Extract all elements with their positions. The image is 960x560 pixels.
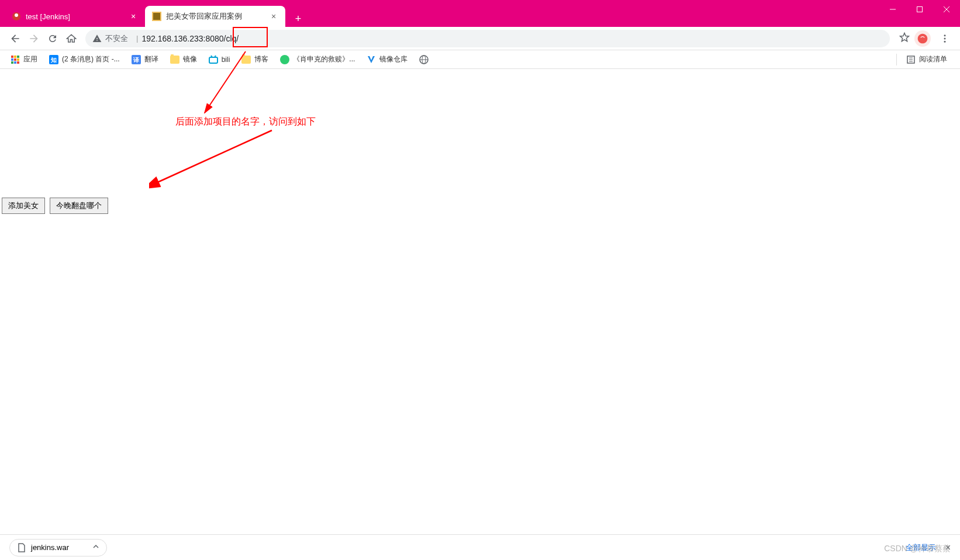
svg-rect-16 xyxy=(17,58,19,61)
svg-point-27 xyxy=(280,55,289,64)
close-downloads-button[interactable]: × xyxy=(945,542,951,553)
profile-button[interactable] xyxy=(914,30,931,47)
forward-button[interactable] xyxy=(25,29,43,48)
download-filename: jenkins.war xyxy=(31,543,69,552)
bookmark-mirror-repo[interactable]: 镜像仓库 xyxy=(362,52,412,67)
select-button[interactable]: 今晚翻盘哪个 xyxy=(50,198,108,214)
bookmark-label: 镜像 xyxy=(183,54,197,64)
reload-button[interactable] xyxy=(43,29,62,48)
bookmark-label: 翻译 xyxy=(144,54,158,64)
back-button[interactable] xyxy=(6,29,25,48)
svg-point-9 xyxy=(944,37,946,39)
reading-list-icon xyxy=(906,55,916,64)
bookmark-label: 博客 xyxy=(254,54,268,64)
downloads-bar: jenkins.war 全部显示 × xyxy=(0,534,960,560)
bookmark-mirror[interactable]: 镜像 xyxy=(165,52,202,67)
tab-title: test [Jenkins] xyxy=(26,12,124,21)
annotation-box xyxy=(233,27,268,47)
reading-list-button[interactable]: 阅读清单 xyxy=(902,52,952,67)
tab-jenkins[interactable]: test [Jenkins] × xyxy=(5,6,145,27)
add-button[interactable]: 添加美女 xyxy=(2,198,45,214)
downloads-right: 全部显示 × xyxy=(906,542,951,553)
bookmark-label: 镜像仓库 xyxy=(379,54,408,64)
svg-line-36 xyxy=(156,130,272,183)
titlebar: test [Jenkins] × 把美女带回家应用案例 × + xyxy=(0,0,960,27)
svg-rect-5 xyxy=(917,7,923,12)
home-button[interactable] xyxy=(62,29,81,48)
green-icon xyxy=(280,55,289,64)
bookmark-label: 应用 xyxy=(23,54,37,64)
bookmark-translate[interactable]: 译 翻译 xyxy=(127,52,163,67)
divider xyxy=(896,54,897,65)
folder-icon xyxy=(241,55,251,64)
svg-rect-15 xyxy=(14,58,16,61)
svg-rect-13 xyxy=(17,56,19,58)
zhihu-icon: 知 xyxy=(49,55,58,64)
warning-icon xyxy=(92,34,102,43)
bookmark-label: (2 条消息) 首页 -... xyxy=(62,54,120,64)
button-row: 添加美女 今晚翻盘哪个 xyxy=(2,198,110,214)
svg-rect-24 xyxy=(209,57,217,63)
folder-icon xyxy=(170,55,179,64)
bookmarks-bar: 应用 知 (2 条消息) 首页 -... 译 翻译 镜像 bili 博客 《肖申… xyxy=(0,50,960,69)
bookmark-label: bili xyxy=(222,56,230,64)
bookmark-shawshank[interactable]: 《肖申克的救赎》... xyxy=(275,52,360,67)
globe-icon xyxy=(419,55,429,64)
page-favicon-icon xyxy=(152,12,161,21)
bookmark-bili[interactable]: bili xyxy=(204,53,235,67)
bili-icon xyxy=(209,55,218,64)
show-all-button[interactable]: 全部显示 xyxy=(906,542,936,553)
maximize-button[interactable] xyxy=(906,0,933,19)
svg-rect-17 xyxy=(11,61,13,64)
svg-rect-12 xyxy=(14,56,16,58)
window-controls xyxy=(879,0,960,19)
svg-text:知: 知 xyxy=(50,57,57,63)
svg-rect-19 xyxy=(17,61,19,64)
bookmark-label: 《肖申克的救赎》... xyxy=(293,54,355,64)
bookmark-zhihu[interactable]: 知 (2 条消息) 首页 -... xyxy=(44,52,125,67)
svg-point-1 xyxy=(15,13,18,17)
annotation-text: 后面添加项目的名字，访问到如下 xyxy=(175,116,316,128)
close-button[interactable] xyxy=(933,0,960,19)
tab-close-icon[interactable]: × xyxy=(269,12,278,21)
reading-list-label: 阅读清单 xyxy=(919,54,947,64)
bookmark-blog[interactable]: 博客 xyxy=(237,52,273,67)
bookmark-star-button[interactable] xyxy=(899,32,910,44)
toolbar: 不安全 | 192.168.136.233:8080/clq/ xyxy=(0,27,960,50)
svg-text:译: 译 xyxy=(133,57,140,63)
svg-point-8 xyxy=(944,34,946,36)
chevron-up-icon[interactable] xyxy=(92,543,99,552)
tab-title: 把美女带回家应用案例 xyxy=(166,11,264,22)
tab-close-icon[interactable]: × xyxy=(129,12,138,21)
bookmark-apps[interactable]: 应用 xyxy=(6,52,42,67)
svg-rect-18 xyxy=(14,61,16,64)
address-bar[interactable]: 不安全 | 192.168.136.233:8080/clq/ xyxy=(85,30,890,47)
new-tab-button[interactable]: + xyxy=(290,11,306,27)
tabs-area: test [Jenkins] × 把美女带回家应用案例 × + xyxy=(5,0,879,27)
svg-rect-11 xyxy=(11,56,13,58)
arrow-icon xyxy=(149,127,278,192)
translate-icon: 译 xyxy=(132,55,141,64)
menu-button[interactable] xyxy=(935,29,954,48)
file-icon xyxy=(17,543,26,552)
jenkins-favicon-icon xyxy=(12,12,21,21)
security-indicator[interactable]: 不安全 xyxy=(92,33,128,44)
svg-rect-3 xyxy=(153,13,160,20)
address-divider: | xyxy=(136,34,138,43)
download-item[interactable]: jenkins.war xyxy=(9,539,107,556)
svg-rect-14 xyxy=(11,58,13,61)
url-text: 192.168.136.233:8080/clq/ xyxy=(141,34,239,43)
security-label: 不安全 xyxy=(105,33,128,44)
tab-active[interactable]: 把美女带回家应用案例 × xyxy=(145,6,285,27)
bookmarks-right: 阅读清单 xyxy=(892,52,954,67)
svg-point-10 xyxy=(944,40,946,42)
v-icon xyxy=(367,55,376,64)
page-content: 后面添加项目的名字，访问到如下 添加美女 今晚翻盘哪个 xyxy=(0,69,960,534)
apps-icon xyxy=(11,55,20,64)
minimize-button[interactable] xyxy=(879,0,906,19)
bookmark-globe[interactable] xyxy=(415,53,437,67)
